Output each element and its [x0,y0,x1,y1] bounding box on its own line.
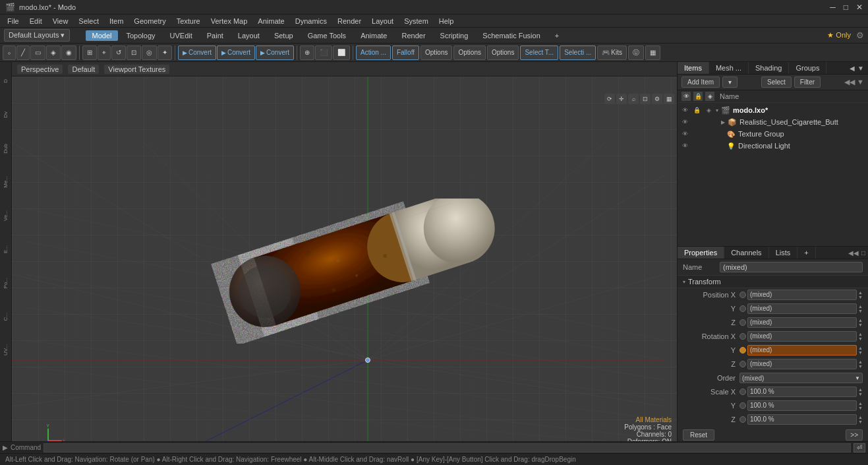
eye-icon-light[interactable]: 👁 [680,141,689,150]
vp-ctrl-pan[interactable]: ✛ [616,94,627,104]
sidebar-item-c[interactable]: C... [1,300,11,333]
tb-mat-mode[interactable]: ◉ [61,46,76,60]
item-row-light[interactable]: 👁 💡 Directional Light [678,140,868,152]
name-value[interactable]: (mixed) [720,262,863,272]
menu-dynamics[interactable]: Dynamics [291,16,332,26]
tb-tool4[interactable]: ⊡ [127,46,141,60]
convert-button-3[interactable]: ▶ Convert [256,46,294,60]
scale-z-dot[interactable] [739,416,746,423]
menu-system[interactable]: System [399,16,433,26]
convert-button-2[interactable]: ▶ Convert [217,46,255,60]
menu-texture[interactable]: Texture [172,16,205,26]
nav-button[interactable]: >> [846,429,863,441]
menu-select[interactable]: Select [74,16,103,26]
rot-y-field[interactable]: (mixed) [747,345,857,356]
tb-item-mode[interactable]: ◈ [46,46,61,60]
falloff-button[interactable]: Falloff [392,46,419,60]
menu-help[interactable]: Help [434,16,459,26]
items-settings-icon[interactable]: ◀◀ ▼ [844,78,864,86]
viewport-default[interactable]: Default [68,65,99,74]
pos-y-down[interactable]: ▼ [858,309,863,313]
options-button-1[interactable]: Options [420,46,452,60]
rot-z-up[interactable]: ▲ [858,359,863,364]
options-button-2[interactable]: Options [453,46,485,60]
vp-ctrl-settings[interactable]: ⚙ [652,94,662,104]
tab-plus[interactable]: + [548,30,565,41]
tab-setup[interactable]: Setup [268,30,300,41]
rot-x-field[interactable]: (mixed) [747,331,857,342]
tab-model[interactable]: Model [86,30,119,41]
tab-plus-props[interactable]: + [797,247,815,259]
pos-x-dot[interactable] [739,292,746,298]
tb-xform[interactable]: ⊕ [300,46,314,60]
tab-topology[interactable]: Topology [119,30,161,41]
tb-tool6[interactable]: ✦ [158,46,172,60]
pos-y-up[interactable]: ▲ [858,304,863,309]
sidebar-item-e[interactable]: E... [1,233,11,266]
menu-layout[interactable]: Layout [367,16,398,26]
scale-y-down[interactable]: ▼ [858,406,863,410]
tab-render[interactable]: Render [395,30,432,41]
scale-z-down[interactable]: ▼ [858,419,863,424]
tb-tool3[interactable]: ↺ [111,46,126,60]
reset-button[interactable]: Reset [683,429,714,441]
tb-tool2[interactable]: ⌖ [98,46,111,60]
rot-z-dot[interactable] [739,361,746,367]
vp-ctrl-zoom[interactable]: ⌕ [628,94,639,104]
pos-x-down[interactable]: ▼ [858,295,863,299]
vp-ctrl-fit[interactable]: ⊡ [640,94,651,104]
order-field[interactable]: (mixed) ▼ [739,373,863,383]
filter-button[interactable]: Filter [794,77,821,88]
scale-x-up[interactable]: ▲ [858,387,863,392]
menu-render[interactable]: Render [333,16,366,26]
add-item-dropdown[interactable]: ▾ [722,77,738,88]
props-expand-icon[interactable]: □ [861,249,865,257]
minimize-button[interactable]: ─ [830,3,836,12]
item-row-texture-group[interactable]: 👁 🎨 Texture Group [678,128,868,140]
tab-groups[interactable]: Groups [789,62,826,74]
item-row-modo[interactable]: 👁 🔒 ◈ ▾ 🎬 modo.lxo* [678,104,868,116]
options-button-3[interactable]: Options [487,46,519,60]
tab-items[interactable]: Items [678,62,709,74]
arrow-modo[interactable]: ▾ [716,108,718,113]
pos-y-field[interactable]: (mixed) [747,303,857,314]
sidebar-item-po[interactable]: Po... [1,266,11,299]
tab-paint[interactable]: Paint [200,30,230,41]
lock-icon-modo[interactable]: 🔒 [692,106,701,115]
sidebar-item-ve[interactable]: Ve... [1,199,11,232]
render-icon-modo[interactable]: ◈ [704,106,713,115]
sidebar-item-uv[interactable]: UV... [1,334,11,367]
menu-view[interactable]: View [48,16,73,26]
rot-y-dot[interactable] [739,347,746,354]
items-expand-icon[interactable]: ▼ [857,65,864,72]
scale-x-down[interactable]: ▼ [858,392,863,396]
eye-icon-tg[interactable]: 👁 [680,129,689,139]
pos-z-down[interactable]: ▼ [858,323,863,327]
tb-extra[interactable]: ▦ [645,46,660,60]
convert-button-1[interactable]: ▶ Convert [178,46,216,60]
rot-z-field[interactable]: (mixed) [747,359,857,369]
vp-ctrl-orbit[interactable]: ⟳ [604,94,615,104]
command-input[interactable] [43,443,851,452]
viewport-perspective[interactable]: Perspective [17,65,63,74]
transform-arrow[interactable]: ▾ [683,279,685,285]
eye-icon-cig[interactable]: 👁 [680,117,689,127]
scale-x-field[interactable]: 100.0 % [747,387,857,397]
pos-z-field[interactable]: (mixed) [747,317,857,328]
menu-vertex-map[interactable]: Vertex Map [206,16,252,26]
action-button[interactable]: Action ... [356,46,391,60]
tb-sym[interactable]: ⬛ [315,46,332,60]
close-button[interactable]: ✕ [856,3,863,12]
sidebar-item-me[interactable]: Me... [1,166,11,199]
viewport-canvas[interactable]: All Materials Polygons : Face Channels: … [12,77,677,465]
menu-item[interactable]: Item [105,16,128,26]
tab-properties[interactable]: Properties [678,247,724,259]
tb-face-mode[interactable]: ▭ [30,46,45,60]
pos-x-up[interactable]: ▲ [858,290,863,295]
arrow-cig[interactable]: ▶ [721,119,725,125]
tb-tool5[interactable]: ◎ [142,46,157,60]
eye-icon-modo[interactable]: 👁 [680,106,689,115]
enter-button[interactable]: ⏎ [854,443,865,452]
selecti-button[interactable]: Selecti ... [560,46,596,60]
tab-mesh[interactable]: Mesh ... [709,62,749,74]
